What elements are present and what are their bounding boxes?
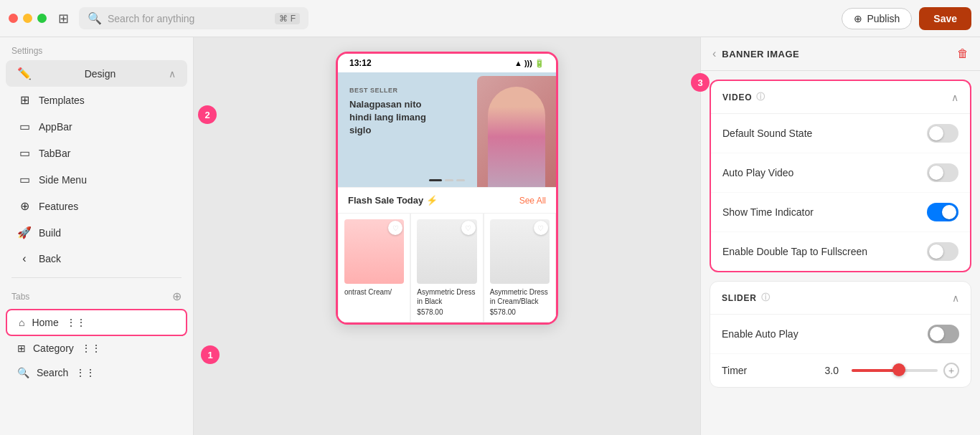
sidebar-item-sidemenu[interactable]: ▭ Side Menu: [6, 166, 187, 193]
delete-button[interactable]: 🗑: [957, 47, 969, 60]
panel-header: ‹ BANNER IMAGE 🗑: [701, 37, 980, 71]
search-placeholder: Search for anything: [108, 13, 194, 24]
drag-handle-search-icon: ⋮⋮: [75, 367, 95, 378]
phone-status-bar: 13:12 ▲ ))) 🔋: [338, 54, 556, 72]
video-collapse-button[interactable]: ∧: [951, 92, 958, 103]
step-badge-1: 1: [201, 345, 220, 364]
panel-back-button[interactable]: ‹: [712, 47, 716, 60]
templates-label: Templates: [39, 95, 85, 106]
home-icon: ⌂: [19, 317, 24, 328]
video-info-icon: ⓘ: [756, 91, 765, 103]
close-button[interactable]: [9, 14, 18, 23]
flash-sale-text: Flash Sale Today ⚡: [348, 195, 438, 206]
tabbar-label: TabBar: [39, 148, 70, 159]
tabs-header: Tabs ⊕: [0, 284, 193, 309]
phone-mockup: 13:12 ▲ ))) 🔋 BEST SELLER Nalagpasan nit…: [336, 52, 558, 325]
product-card-1[interactable]: ♡ ontrast Cream/: [338, 213, 410, 322]
sidebar: Settings ✏️ Design ∧ ⊞ Templates ▭ AppBa…: [0, 37, 194, 435]
add-tab-button[interactable]: ⊕: [172, 290, 182, 303]
canvas-area: 1 2 13:12 ▲ ))) 🔋 BEST SELLER Nalagpasan…: [194, 37, 700, 435]
back-label: Back: [39, 253, 61, 264]
sidebar-divider: [11, 277, 182, 278]
sidebar-item-appbar[interactable]: ▭ AppBar: [6, 113, 187, 140]
traffic-lights: [9, 14, 47, 23]
auto-play-video-toggle[interactable]: [927, 163, 958, 182]
product-card-2[interactable]: ♡ Asymmetric Dress in Black $578.00: [410, 213, 483, 322]
sidemenu-label: Side Menu: [39, 174, 87, 186]
video-section-title: VIDEO ⓘ: [722, 91, 765, 103]
product-card-3[interactable]: ♡ Asymmetric Dress in Cream/Black $578.0…: [484, 213, 556, 322]
minimize-button[interactable]: [23, 14, 32, 23]
home-label: Home: [32, 317, 58, 328]
show-time-indicator-label: Show Time Indicator: [722, 206, 814, 218]
banner-bestseller: BEST SELLER: [349, 87, 435, 94]
flash-sale-bar: Flash Sale Today ⚡ See All: [338, 187, 556, 213]
tab-item-home[interactable]: ⌂ Home ⋮⋮: [6, 309, 187, 336]
enable-auto-play-toggle[interactable]: [928, 325, 959, 343]
wishlist-icon-2[interactable]: ♡: [461, 221, 476, 235]
build-icon: 🚀: [17, 226, 32, 239]
sidebar-item-back[interactable]: ‹ Back: [6, 246, 187, 272]
grid-icon[interactable]: ⊞: [58, 11, 69, 27]
sidebar-item-tabbar[interactable]: ▭ TabBar: [6, 140, 187, 166]
timer-slider[interactable]: [852, 369, 938, 372]
search-bar[interactable]: 🔍 Search for anything ⌘ F: [79, 7, 308, 29]
timer-increment-button[interactable]: +: [943, 363, 959, 378]
sidemenu-icon: ▭: [17, 173, 32, 186]
signal-icon: ▲ ))) 🔋: [514, 59, 545, 68]
search-label: Search: [37, 367, 68, 378]
main-layout: Settings ✏️ Design ∧ ⊞ Templates ▭ AppBa…: [0, 37, 980, 435]
wishlist-icon-3[interactable]: ♡: [534, 221, 548, 235]
tab-item-search[interactable]: 🔍 Search ⋮⋮: [6, 360, 187, 385]
appbar-label: AppBar: [39, 121, 72, 133]
timer-label: Timer: [722, 365, 747, 376]
double-tap-toggle[interactable]: [927, 242, 958, 261]
drag-handle-icon: ⋮⋮: [66, 317, 86, 328]
see-all-link[interactable]: See All: [519, 196, 546, 206]
banner-model-image: [477, 76, 556, 187]
dot-2: [445, 179, 453, 181]
product-name-2: Asymmetric Dress in Black: [417, 287, 476, 306]
default-sound-toggle[interactable]: [927, 124, 958, 143]
default-sound-row: Default Sound State: [711, 114, 970, 153]
sidebar-item-design[interactable]: ✏️ Design ∧: [6, 60, 187, 87]
slider-collapse-button[interactable]: ∧: [952, 292, 959, 304]
default-sound-label: Default Sound State: [722, 128, 812, 139]
banner-image-area[interactable]: BEST SELLER Nalagpasan nito hindi lang l…: [338, 72, 556, 187]
maximize-button[interactable]: [37, 14, 47, 23]
features-icon: ⊕: [17, 199, 32, 213]
design-icon: ✏️: [17, 67, 32, 80]
sidebar-item-templates[interactable]: ⊞ Templates: [6, 87, 187, 113]
toggle-knob-sound: [929, 126, 943, 140]
video-section-header: VIDEO ⓘ ∧: [711, 81, 970, 114]
search-shortcut: ⌘ F: [275, 13, 300, 24]
auto-play-video-row: Auto Play Video: [711, 153, 970, 193]
build-label: Build: [39, 227, 61, 239]
double-tap-row: Enable Double Tap to Fullscreen: [711, 232, 970, 271]
product-price-2: $578.00: [417, 308, 476, 316]
sidebar-item-features[interactable]: ⊕ Features: [6, 193, 187, 219]
timer-row: Timer 3.0 +: [710, 354, 971, 387]
slider-thumb[interactable]: [892, 363, 905, 376]
panel-title: BANNER IMAGE: [722, 49, 951, 59]
design-label: Design: [85, 68, 116, 80]
publish-button[interactable]: ⊕ Publish: [842, 8, 912, 29]
back-chevron-icon: ‹: [17, 252, 32, 265]
right-panel: 3 ‹ BANNER IMAGE 🗑 VIDEO ⓘ ∧ Default Sou…: [700, 37, 980, 435]
search-tab-icon: 🔍: [17, 367, 29, 378]
slider-section-title: SLIDER ⓘ: [722, 292, 771, 304]
toggle-knob-autoplay-slider: [930, 327, 944, 341]
header-actions: ⊕ Publish Save: [842, 7, 971, 30]
save-button[interactable]: Save: [919, 7, 971, 30]
sidebar-item-build[interactable]: 🚀 Build: [6, 219, 187, 246]
drag-handle-category-icon: ⋮⋮: [81, 343, 101, 354]
slider-section: SLIDER ⓘ ∧ Enable Auto Play Timer 3.0: [710, 281, 971, 388]
timer-control: 3.0 +: [747, 363, 959, 378]
product-name-1: ontrast Cream/: [344, 287, 404, 297]
step-badge-3: 3: [691, 73, 710, 92]
tab-item-category[interactable]: ⊞ Category ⋮⋮: [6, 336, 187, 360]
banner-dots: [429, 179, 465, 181]
category-icon: ⊞: [17, 343, 26, 354]
appbar-icon: ▭: [17, 120, 32, 133]
show-time-indicator-toggle[interactable]: [927, 203, 958, 221]
